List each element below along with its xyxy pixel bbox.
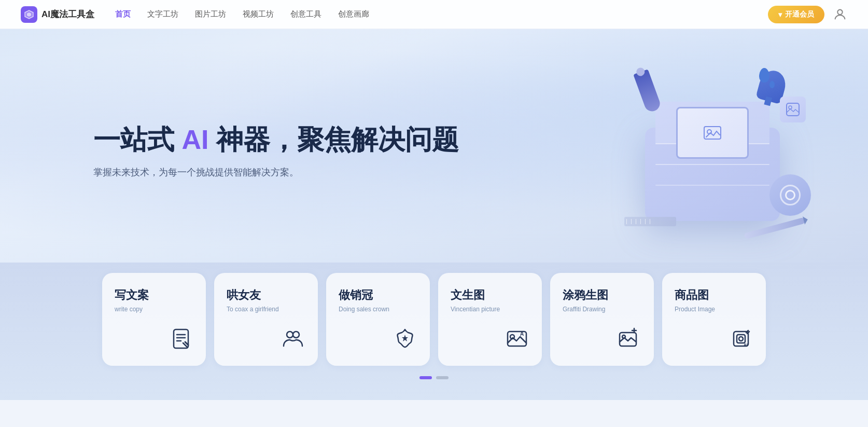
dot-2[interactable]: [436, 376, 449, 379]
card-title-3: 文生图: [451, 287, 485, 303]
text-image-icon: A: [505, 326, 529, 351]
card-title-2: 做销冠: [339, 287, 373, 303]
logo[interactable]: AI魔法工具盒: [21, 6, 94, 23]
card-sales-crown[interactable]: 做销冠 Doing sales crown: [326, 273, 430, 366]
people-icon: [281, 326, 305, 351]
svg-rect-18: [737, 335, 745, 343]
card-subtitle-3: Vincentian picture: [451, 305, 500, 314]
ill-photo-card: [780, 97, 806, 122]
hero-section: 一站式 AI 神器，聚焦解决问题 掌握未来技术，为每一个挑战提供智能解决方案。: [0, 29, 868, 263]
pagination-dots: [41, 376, 827, 379]
svg-point-7: [287, 332, 293, 338]
svg-point-8: [293, 332, 299, 338]
card-title-4: 涂鸦生图: [563, 287, 608, 303]
star-badge-icon: [393, 326, 417, 351]
card-subtitle-2: Doing sales crown: [339, 305, 389, 314]
nav-actions: ▾ 开通会员: [768, 6, 847, 23]
dot-1[interactable]: [419, 376, 432, 379]
document-icon: [169, 326, 193, 351]
svg-rect-4: [787, 103, 799, 116]
nav-link-creative[interactable]: 创意工具: [290, 9, 321, 19]
nav-link-video[interactable]: 视频工坊: [243, 9, 274, 19]
card-title-0: 写文案: [115, 287, 149, 303]
card-write-copy[interactable]: 写文案 write copy: [102, 273, 206, 366]
card-title-5: 商品图: [675, 287, 709, 303]
crown-icon: ▾: [778, 10, 782, 19]
card-title-1: 哄女友: [227, 287, 261, 303]
svg-text:A: A: [520, 331, 524, 337]
product-icon: AI: [729, 326, 753, 351]
cards-row: 写文案 write copy 哄女友 To coax a girlfriend: [41, 273, 827, 366]
card-coax-girlfriend[interactable]: 哄女友 To coax a girlfriend: [214, 273, 318, 366]
3d-illustration: [609, 65, 816, 231]
hero-ai-text: AI: [181, 125, 208, 155]
ill-screen: [676, 107, 749, 159]
card-product-image[interactable]: 商品图 Product Image AI: [662, 273, 766, 366]
nav-link-home[interactable]: 首页: [115, 9, 131, 19]
card-subtitle-4: Graffiti Drawing: [563, 305, 605, 314]
nav-link-image[interactable]: 图片工坊: [195, 9, 226, 19]
logo-text: AI魔法工具盒: [41, 8, 94, 20]
tools-section: 常用工具 —— 探索更多更强大的设计工具 ——: [0, 400, 868, 427]
svg-text:AI: AI: [744, 342, 748, 347]
vip-button[interactable]: ▾ 开通会员: [768, 6, 824, 23]
cards-section: 写文案 write copy 哄女友 To coax a girlfriend: [0, 263, 868, 400]
card-text-to-image[interactable]: 文生图 Vincentian picture A: [438, 273, 542, 366]
hero-illustration: [588, 50, 837, 247]
nav-link-text[interactable]: 文字工坊: [147, 9, 178, 19]
ill-gear-circle: [769, 174, 811, 216]
nav-link-gallery[interactable]: 创意画廊: [338, 9, 369, 19]
ill-brush: [633, 69, 662, 113]
card-graffiti-drawing[interactable]: 涂鸦生图 Graffiti Drawing: [550, 273, 654, 366]
svg-point-19: [739, 337, 743, 341]
card-subtitle-5: Product Image: [675, 305, 715, 314]
hero-title-prefix: 一站式: [93, 125, 181, 155]
hero-title-suffix: 神器，聚焦解决问题: [208, 125, 458, 155]
user-icon[interactable]: [833, 7, 847, 22]
nav-links: 首页 文字工坊 图片工坊 视频工坊 创意工具 创意画廊: [115, 9, 768, 19]
ill-ruler: [624, 217, 676, 226]
logo-icon: [21, 6, 37, 23]
ill-drop1: [759, 68, 769, 82]
ill-drop2: [769, 81, 775, 88]
image-plus-icon: [617, 326, 641, 351]
navbar: AI魔法工具盒 首页 文字工坊 图片工坊 视频工坊 创意工具 创意画廊 ▾ 开通…: [0, 0, 868, 29]
svg-point-16: [634, 330, 635, 330]
card-subtitle-0: write copy: [115, 305, 143, 314]
card-subtitle-1: To coax a girlfriend: [227, 305, 279, 314]
svg-point-1: [837, 9, 842, 14]
